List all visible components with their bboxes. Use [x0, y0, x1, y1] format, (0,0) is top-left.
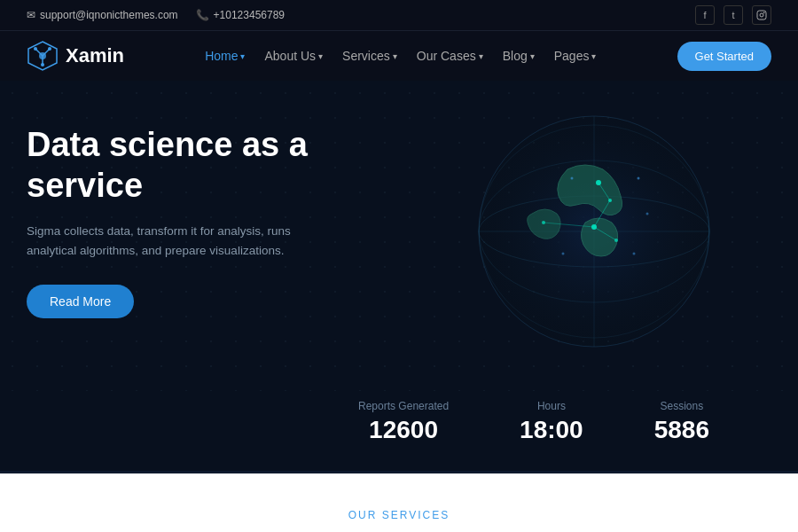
services-section: OUR SERVICES We Provide Useful Services: [0, 473, 798, 532]
stat-sessions: Sessions 5886: [654, 400, 709, 444]
svg-point-27: [646, 213, 649, 215]
hero-section: Data science as a service Sigma collects…: [0, 81, 798, 391]
read-more-button[interactable]: Read More: [27, 285, 134, 318]
twitter-icon[interactable]: t: [724, 5, 743, 25]
phone-icon: 📞: [196, 9, 209, 21]
nav-home-label: Home: [205, 49, 238, 63]
nav-cases[interactable]: Our Cases ▾: [417, 49, 483, 63]
logo-text: Xamin: [66, 44, 124, 67]
svg-point-28: [633, 253, 636, 255]
svg-point-2: [763, 12, 764, 13]
nav-pages-label: Pages: [554, 49, 590, 63]
nav-blog-arrow: ▾: [530, 51, 535, 61]
stat-hours-value: 18:00: [520, 416, 583, 444]
nav-pages[interactable]: Pages ▾: [554, 49, 597, 63]
stat-sessions-label: Sessions: [654, 400, 709, 412]
hero-title: Data science as a service: [27, 125, 328, 206]
social-links: f t: [695, 5, 771, 25]
nav-home-arrow: ▾: [240, 51, 245, 61]
stat-hours-label: Hours: [520, 400, 583, 412]
stat-reports-label: Reports Generated: [358, 400, 449, 412]
email-contact: ✉ support@iqnonicthemes.com: [27, 9, 178, 21]
hero-subtitle: Sigma collects data, transform it for an…: [27, 222, 328, 260]
nav-links: Home ▾ About Us ▾ Services ▾ Our Cases ▾…: [205, 49, 596, 63]
hero-content: Data science as a service Sigma collects…: [27, 125, 328, 318]
svg-point-26: [638, 177, 640, 180]
stat-sessions-value: 5886: [654, 416, 709, 444]
nav-cases-arrow: ▾: [479, 51, 483, 61]
nav-services-arrow: ▾: [393, 51, 397, 61]
stats-section: Reports Generated 12600 Hours 18:00 Sess…: [0, 391, 798, 471]
phone-text: +10123456789: [214, 9, 285, 21]
get-started-button[interactable]: Get Started: [677, 42, 771, 71]
logo-icon: [27, 40, 59, 72]
svg-rect-0: [757, 11, 766, 20]
stat-reports: Reports Generated 12600: [358, 400, 449, 444]
logo[interactable]: Xamin: [27, 40, 124, 72]
instagram-icon[interactable]: [752, 5, 771, 25]
email-icon: ✉: [27, 9, 35, 21]
nav-pages-arrow: ▾: [591, 51, 596, 61]
nav-blog[interactable]: Blog ▾: [503, 49, 535, 63]
facebook-icon[interactable]: f: [695, 5, 715, 25]
svg-point-1: [760, 13, 763, 17]
nav-services[interactable]: Services ▾: [342, 49, 397, 63]
globe-visualization: [461, 98, 727, 364]
stat-reports-value: 12600: [358, 416, 449, 444]
svg-point-10: [41, 63, 44, 66]
nav-about[interactable]: About Us ▾: [264, 49, 323, 63]
topbar-contact: ✉ support@iqnonicthemes.com 📞 +101234567…: [27, 9, 285, 21]
nav-services-label: Services: [342, 49, 390, 63]
topbar: ✉ support@iqnonicthemes.com 📞 +101234567…: [0, 0, 798, 31]
navbar: Xamin Home ▾ About Us ▾ Services ▾ Our C…: [0, 31, 798, 81]
svg-point-8: [34, 47, 37, 51]
nav-cases-label: Our Cases: [417, 49, 476, 63]
nav-about-arrow: ▾: [318, 51, 323, 61]
svg-point-29: [562, 253, 565, 255]
nav-about-label: About Us: [264, 49, 316, 63]
nav-home[interactable]: Home ▾: [205, 49, 245, 63]
svg-point-30: [571, 177, 574, 180]
services-tag: OUR SERVICES: [27, 509, 771, 521]
svg-point-9: [48, 47, 51, 51]
stat-hours: Hours 18:00: [520, 400, 583, 444]
nav-blog-label: Blog: [503, 49, 528, 63]
phone-contact: 📞 +10123456789: [196, 9, 285, 21]
email-text: support@iqnonicthemes.com: [40, 9, 178, 21]
